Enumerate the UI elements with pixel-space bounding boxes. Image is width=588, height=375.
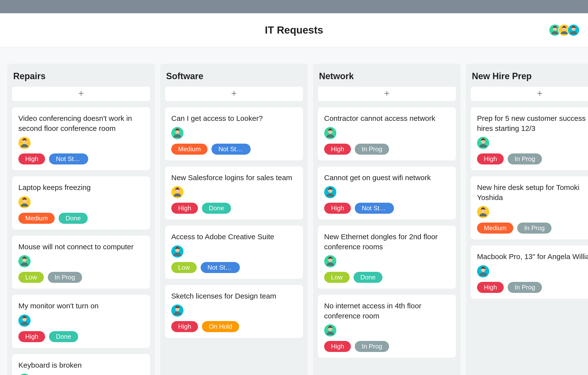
priority-tag[interactable]: Low xyxy=(18,272,44,283)
priority-tag[interactable]: High xyxy=(477,282,504,293)
assignee-avatar[interactable] xyxy=(324,255,336,267)
priority-tag[interactable]: High xyxy=(324,203,351,214)
task-title: Prep for 5 new customer success hires st… xyxy=(477,113,588,133)
task-title: Mouse will not connect to computer xyxy=(18,242,144,252)
assignee-avatar[interactable] xyxy=(171,245,184,258)
collaborator-avatars[interactable] xyxy=(552,24,580,36)
tag-row: LowNot Started xyxy=(171,262,297,273)
task-title: Sketch licenses for Design team xyxy=(171,291,297,301)
task-card[interactable]: Cannot get on guest wifi network HighNot… xyxy=(318,166,456,220)
task-title: Video conferencing doesn't work in secon… xyxy=(18,113,144,133)
status-tag[interactable]: Not Started xyxy=(49,153,88,164)
assignee-avatar[interactable] xyxy=(18,137,31,149)
tag-row: LowIn Prog xyxy=(18,272,144,283)
priority-tag[interactable]: High xyxy=(477,153,504,164)
task-title: Cannot get on guest wifi network xyxy=(324,173,450,183)
assignee-avatar[interactable] xyxy=(477,265,489,277)
column-title: Software xyxy=(165,68,303,86)
task-title: Keyboard is broken xyxy=(18,360,144,370)
board-column-newhire: New Hire Prep Prep for 5 new customer su… xyxy=(466,64,588,375)
plus-icon xyxy=(231,90,237,98)
status-tag[interactable]: Done xyxy=(59,213,87,224)
tag-row: MediumDone xyxy=(18,213,144,224)
assignee-avatar[interactable] xyxy=(18,314,31,327)
priority-tag[interactable]: Low xyxy=(171,262,197,273)
add-card-button[interactable] xyxy=(165,86,303,101)
status-tag[interactable]: In Prog xyxy=(508,282,542,293)
page-header: IT Requests xyxy=(0,13,588,47)
tag-row: HighNot Started xyxy=(324,203,450,214)
add-card-button[interactable] xyxy=(318,86,456,101)
board-column-repairs: Repairs Video conferencing doesn't work … xyxy=(7,64,155,375)
priority-tag[interactable]: Low xyxy=(324,272,350,283)
priority-tag[interactable]: High xyxy=(324,341,351,352)
task-card[interactable]: Can I get access to Looker? MediumNot St… xyxy=(165,107,303,161)
task-card[interactable]: Contractor cannot access network HighIn … xyxy=(318,107,456,161)
priority-tag[interactable]: Medium xyxy=(477,223,513,234)
plus-icon xyxy=(78,90,84,98)
assignee-avatar[interactable] xyxy=(171,186,184,198)
assignee-avatar[interactable] xyxy=(324,127,336,139)
tag-row: HighIn Prog xyxy=(324,144,450,155)
task-card[interactable]: Prep for 5 new customer success hires st… xyxy=(470,107,588,171)
assignee-avatar[interactable] xyxy=(324,186,336,198)
status-tag[interactable]: In Prog xyxy=(517,223,551,234)
status-tag[interactable]: Not Started xyxy=(201,262,240,273)
task-card[interactable]: No internet access in 4th floor conferen… xyxy=(318,294,456,358)
status-tag[interactable]: Done xyxy=(202,203,231,214)
assignee-avatar[interactable] xyxy=(18,374,31,375)
tag-row: MediumIn Prog xyxy=(477,223,588,234)
add-card-button[interactable] xyxy=(470,86,588,101)
board-column-software: Software Can I get access to Looker? Med… xyxy=(160,64,308,375)
priority-tag[interactable]: Medium xyxy=(171,144,208,155)
task-card[interactable]: Mouse will not connect to computer LowIn… xyxy=(12,235,150,289)
task-card[interactable]: Laptop keeps freezing MediumDone xyxy=(12,176,150,230)
status-tag[interactable]: Not Started xyxy=(211,144,251,155)
add-card-button[interactable] xyxy=(12,86,150,101)
tag-row: HighDone xyxy=(18,331,144,342)
task-card[interactable]: Video conferencing doesn't work in secon… xyxy=(12,107,150,171)
task-card[interactable]: My monitor won't turn on HighDone xyxy=(12,294,150,348)
status-tag[interactable]: Done xyxy=(354,272,382,283)
status-tag[interactable]: Not Started xyxy=(355,203,394,214)
task-card[interactable]: New hire desk setup for Tomoki Yoshida M… xyxy=(470,176,588,240)
status-tag[interactable]: On Hold xyxy=(202,321,239,332)
priority-tag[interactable]: High xyxy=(171,203,198,214)
task-title: Macbook Pro, 13" for Angela Williams xyxy=(477,252,588,262)
task-title: New hire desk setup for Tomoki Yoshida xyxy=(477,183,588,202)
priority-tag[interactable]: High xyxy=(18,153,45,164)
task-title: Laptop keeps freezing xyxy=(18,183,144,193)
status-tag[interactable]: Done xyxy=(49,331,78,342)
priority-tag[interactable]: High xyxy=(18,331,45,342)
assignee-avatar[interactable] xyxy=(477,206,489,218)
status-tag[interactable]: In Prog xyxy=(355,144,389,155)
priority-tag[interactable]: High xyxy=(324,144,351,155)
collaborator-avatar[interactable] xyxy=(567,24,580,36)
task-card[interactable]: New Salesforce logins for sales team Hig… xyxy=(165,166,303,220)
plus-icon xyxy=(384,90,390,98)
status-tag[interactable]: In Prog xyxy=(508,153,542,164)
assignee-avatar[interactable] xyxy=(18,196,31,208)
priority-tag[interactable]: Medium xyxy=(18,213,55,224)
task-card[interactable]: Sketch licenses for Design team HighOn H… xyxy=(165,285,303,338)
assignee-avatar[interactable] xyxy=(477,137,489,149)
status-tag[interactable]: In Prog xyxy=(48,272,82,283)
priority-tag[interactable]: High xyxy=(171,321,198,332)
task-card[interactable]: Access to Adobe Creative Suite LowNot St… xyxy=(165,225,303,279)
assignee-avatar[interactable] xyxy=(171,304,184,317)
tag-row: HighNot Started xyxy=(18,153,144,164)
task-card[interactable]: New Ethernet dongles for 2nd floor confe… xyxy=(318,225,456,289)
task-card[interactable]: Keyboard is broken LowNot Started xyxy=(12,354,150,375)
task-title: New Salesforce logins for sales team xyxy=(171,173,297,183)
window-chrome-top xyxy=(0,0,588,13)
tag-row: HighOn Hold xyxy=(171,321,297,332)
assignee-avatar[interactable] xyxy=(324,324,336,337)
task-title: No internet access in 4th floor conferen… xyxy=(324,301,450,321)
column-title: Repairs xyxy=(12,68,150,86)
task-card[interactable]: Macbook Pro, 13" for Angela Williams Hig… xyxy=(470,245,588,299)
page-title: IT Requests xyxy=(265,24,323,36)
assignee-avatar[interactable] xyxy=(171,127,184,139)
column-title: Network xyxy=(318,68,456,86)
status-tag[interactable]: In Prog xyxy=(355,341,389,352)
assignee-avatar[interactable] xyxy=(18,255,31,267)
